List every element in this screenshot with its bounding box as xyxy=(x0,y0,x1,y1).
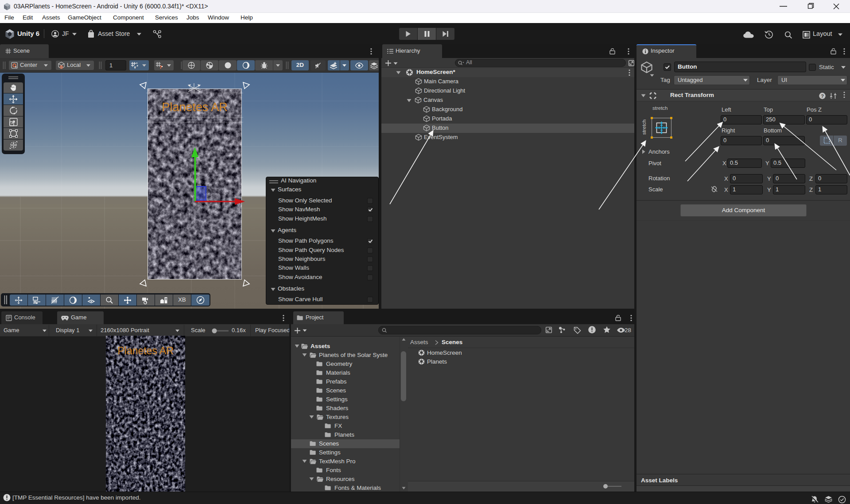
svg-text:Y: Y xyxy=(134,66,136,70)
svg-text:?: ? xyxy=(821,93,824,99)
